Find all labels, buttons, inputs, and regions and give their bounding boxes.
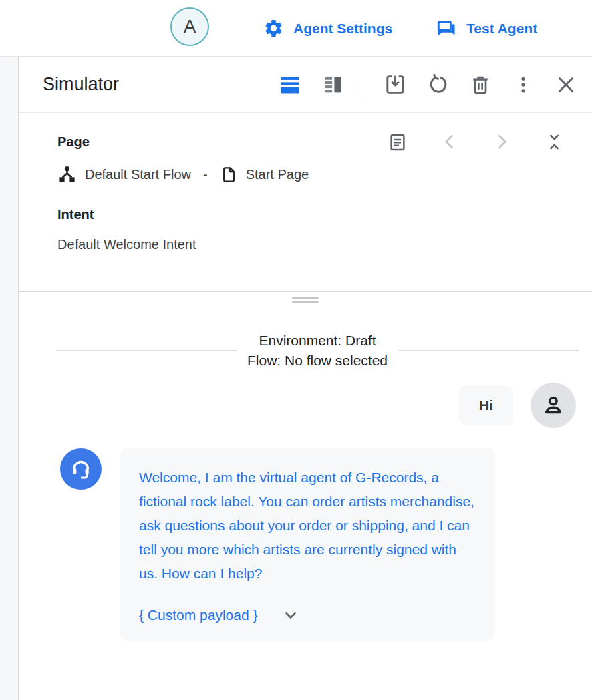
divider-line-right [398,350,579,351]
custom-payload-toggle[interactable]: { Custom payload } [139,606,476,625]
collapse-icon[interactable] [543,130,565,153]
response-list-icon[interactable] [386,130,409,153]
agent-avatar [60,448,102,490]
more-options-icon[interactable] [512,73,535,96]
custom-payload-label: { Custom payload } [139,607,257,623]
left-panel-edge [0,57,19,700]
agent-settings-button[interactable]: Agent Settings [263,0,392,57]
agent-message-bubble: Welcome, I am the virtual agent of G-Rec… [120,448,495,641]
gear-icon [263,18,284,39]
flow-name: Default Start Flow [85,167,191,182]
page-icon [220,166,238,184]
agent-settings-label: Agent Settings [293,21,392,37]
reset-icon[interactable] [426,73,449,96]
test-agent-button[interactable]: Test Agent [436,0,537,57]
user-avatar [531,383,576,428]
intent-label: Intent [57,207,573,222]
flow-status-label: Flow: No flow selected [247,351,388,371]
delete-icon[interactable] [469,73,492,96]
person-icon [541,393,566,418]
previous-message-icon[interactable] [438,130,461,153]
top-bar: A Agent Settings Test Agent [0,0,592,57]
flow-page-separator: - [203,167,208,182]
next-message-icon[interactable] [490,130,513,153]
close-icon[interactable] [555,73,577,96]
chat-bubbles-icon [436,18,457,39]
account-avatar[interactable]: A [170,7,209,46]
page-name: Start Page [246,167,309,182]
flow-icon [57,165,77,184]
agent-message-text: Welcome, I am the virtual agent of G-Rec… [139,466,476,586]
toolbar-divider [363,72,363,98]
chevron-down-icon[interactable] [281,606,300,625]
user-message-row: Hi [19,383,576,428]
user-message-bubble: Hi [459,385,513,425]
conversation-view-icon[interactable] [279,73,301,96]
split-view-icon[interactable] [321,73,344,96]
test-agent-label: Test Agent [466,21,537,37]
agent-message-row: Welcome, I am the virtual agent of G-Rec… [60,448,592,641]
save-conversation-icon[interactable] [384,73,406,96]
page-info-panel: Page [19,113,592,292]
headset-icon [69,457,93,481]
environment-banner: Environment: Draft Flow: No flow selecte… [19,331,592,371]
simulator-title: Simulator [43,74,119,95]
page-label: Page [57,134,90,150]
divider-line-left [56,350,237,351]
environment-label: Environment: Draft [247,331,388,351]
conversation-area: Environment: Draft Flow: No flow selecte… [19,292,592,700]
simulator-panel: Simulator [19,57,592,700]
intent-value: Default Welcome Intent [57,237,573,252]
simulator-header: Simulator [19,57,592,113]
panel-resize-handle[interactable] [292,297,319,303]
